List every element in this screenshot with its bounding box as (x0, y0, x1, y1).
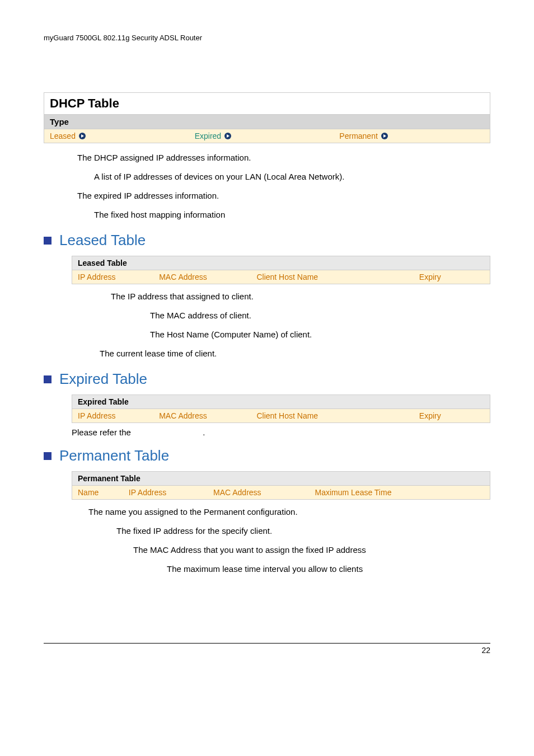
paragraph: The name you assigned to the Permanent c… (88, 505, 490, 519)
dhcp-table-title: DHCP Table (44, 93, 490, 115)
expired-table-columns: IP Address MAC Address Client Host Name … (72, 409, 490, 422)
play-icon (79, 133, 86, 139)
dhcp-table-panel: DHCP Table Type Leased Expired Permanent (44, 92, 490, 143)
expired-section-heading-row: Expired Table (44, 370, 490, 388)
col-expiry: Expiry (419, 273, 484, 281)
col-max: Maximum Lease Time (315, 488, 485, 497)
permanent-table-title: Permanent Table (72, 472, 490, 486)
col-name: Name (78, 488, 129, 497)
col-ip: IP Address (78, 411, 159, 420)
col-mac: MAC Address (159, 273, 256, 281)
bullet-square-icon (44, 375, 51, 383)
type-permanent-link[interactable]: Permanent (339, 132, 484, 140)
play-icon (224, 133, 231, 139)
bullet-square-icon (44, 452, 51, 460)
col-host: Client Host Name (256, 411, 419, 420)
paragraph: The IP address that assigned to client. (111, 290, 490, 303)
expired-table-panel: Expired Table IP Address MAC Address Cli… (72, 395, 490, 423)
leased-table-panel: Leased Table IP Address MAC Address Clie… (72, 256, 490, 284)
paragraph: The MAC Address that you want to assign … (133, 543, 490, 557)
col-ip: IP Address (78, 273, 159, 281)
dhcp-type-header: Type (44, 115, 490, 129)
col-expiry: Expiry (419, 411, 484, 420)
play-icon (381, 133, 388, 139)
permanent-section-heading: Permanent Table (59, 447, 169, 464)
type-leased-label: Leased (50, 132, 76, 140)
leased-table-title: Leased Table (72, 256, 490, 270)
leased-section-heading: Leased Table (59, 232, 146, 249)
refer-text: Please refer the (72, 428, 131, 437)
expired-table-title: Expired Table (72, 395, 490, 409)
refer-line: Please refer the . (72, 428, 490, 437)
permanent-table-columns: Name IP Address MAC Address Maximum Leas… (72, 486, 490, 499)
page-number: 22 (481, 646, 490, 655)
dhcp-type-row: Leased Expired Permanent (44, 129, 490, 143)
col-mac: MAC Address (213, 488, 315, 497)
type-leased-link[interactable]: Leased (50, 132, 195, 140)
type-permanent-label: Permanent (339, 132, 377, 140)
permanent-table-panel: Permanent Table Name IP Address MAC Addr… (72, 471, 490, 500)
paragraph: The fixed IP address for the specify cli… (116, 524, 490, 538)
page-footer: 22 (44, 643, 490, 655)
paragraph: The DHCP assigned IP addresses informati… (77, 151, 490, 165)
leased-table-columns: IP Address MAC Address Client Host Name … (72, 270, 490, 284)
refer-dot: . (203, 428, 205, 437)
paragraph: The MAC address of client. (150, 309, 490, 322)
paragraph: The expired IP addresses information. (77, 189, 490, 203)
paragraph: The maximum lease time interval you allo… (167, 562, 490, 576)
bullet-square-icon (44, 237, 51, 245)
paragraph: A list of IP addresses of devices on you… (94, 170, 490, 184)
col-host: Client Host Name (256, 273, 419, 281)
col-mac: MAC Address (159, 411, 256, 420)
doc-header: myGuard 7500GL 802.11g Security ADSL Rou… (44, 34, 490, 42)
leased-section-heading-row: Leased Table (44, 232, 490, 249)
type-expired-label: Expired (195, 132, 221, 140)
paragraph: The Host Name (Computer Name) of client. (150, 328, 490, 341)
permanent-section-heading-row: Permanent Table (44, 447, 490, 464)
paragraph: The current lease time of client. (100, 347, 490, 360)
type-expired-link[interactable]: Expired (195, 132, 340, 140)
expired-section-heading: Expired Table (59, 370, 147, 388)
paragraph: The fixed host mapping information (94, 208, 490, 222)
col-ip: IP Address (129, 488, 213, 497)
